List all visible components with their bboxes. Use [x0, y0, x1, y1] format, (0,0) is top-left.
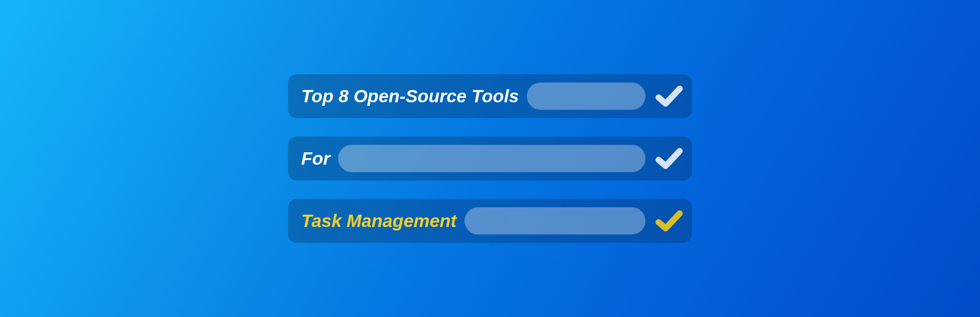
row-3-label: Task Management	[301, 211, 457, 231]
checkmark-icon	[653, 81, 684, 112]
checkmark-icon	[653, 143, 684, 174]
row-1-fill	[527, 83, 645, 110]
row-1-label: Top 8 Open-Source Tools	[301, 86, 519, 107]
row-2-label: For	[301, 148, 330, 169]
banner-card-stack: Top 8 Open-Source Tools For Task Managem…	[288, 74, 692, 243]
row-2-fill	[338, 145, 645, 172]
row-2: For	[288, 137, 692, 180]
row-3: Task Management	[288, 199, 692, 243]
row-1: Top 8 Open-Source Tools	[288, 74, 692, 118]
checkmark-icon	[653, 205, 684, 236]
row-3-fill	[465, 207, 645, 234]
